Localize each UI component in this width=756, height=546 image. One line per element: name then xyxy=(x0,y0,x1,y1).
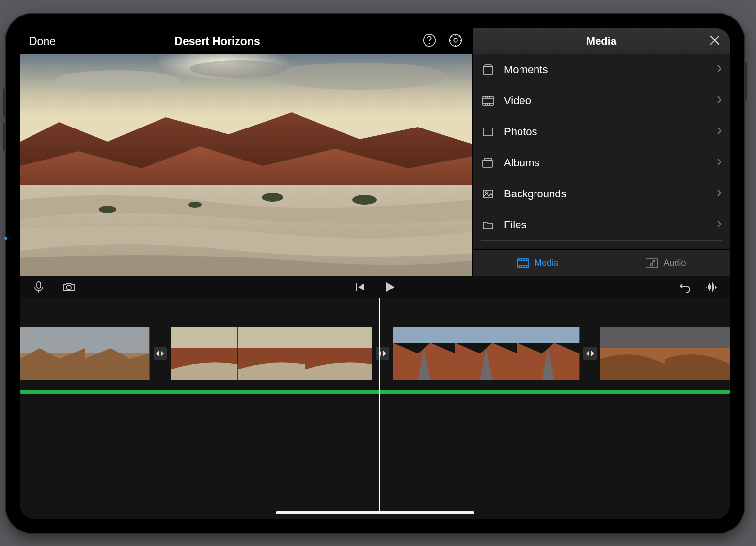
done-button[interactable]: Done xyxy=(29,35,56,48)
undo-icon[interactable] xyxy=(678,280,692,294)
volume-down-button[interactable] xyxy=(3,123,6,151)
camera-icon[interactable] xyxy=(62,280,76,294)
project-title: Desert Horizons xyxy=(20,35,414,48)
close-icon[interactable] xyxy=(709,35,720,48)
media-browser-panel: Media Moments xyxy=(472,28,730,276)
media-item-label: Moments xyxy=(504,64,708,76)
svg-rect-27 xyxy=(20,327,85,353)
media-item-video[interactable]: Video xyxy=(481,85,722,116)
chevron-right-icon xyxy=(716,158,722,168)
svg-rect-38 xyxy=(455,327,517,343)
albums-icon xyxy=(481,156,495,170)
timeline-clip[interactable] xyxy=(600,327,730,380)
svg-point-3 xyxy=(454,38,457,42)
svg-rect-35 xyxy=(305,327,372,348)
video-track xyxy=(20,327,730,380)
side-indicator-dot xyxy=(4,237,7,240)
photos-icon xyxy=(481,125,495,139)
svg-point-7 xyxy=(272,63,447,90)
svg-rect-15 xyxy=(485,65,491,66)
svg-rect-29 xyxy=(85,327,149,353)
svg-rect-40 xyxy=(600,327,665,348)
svg-rect-14 xyxy=(483,66,493,74)
volume-up-button[interactable] xyxy=(3,89,6,117)
chevron-right-icon xyxy=(716,220,722,230)
tab-media-label: Media xyxy=(535,258,558,268)
media-item-label: Photos xyxy=(504,126,708,138)
media-item-files[interactable]: Files xyxy=(481,209,722,241)
svg-rect-23 xyxy=(646,259,658,268)
svg-rect-16 xyxy=(483,96,493,105)
audio-waveform-icon[interactable] xyxy=(705,280,718,294)
svg-point-1 xyxy=(429,43,430,44)
svg-rect-37 xyxy=(393,327,455,343)
media-panel-tabs: Media Audio xyxy=(473,249,730,276)
audio-track[interactable] xyxy=(20,390,730,394)
chevron-right-icon xyxy=(716,189,722,199)
svg-point-8 xyxy=(190,60,287,78)
media-source-list: Moments Video xyxy=(473,54,730,249)
editor-topbar: Done Desert Horizons xyxy=(20,28,472,54)
svg-rect-18 xyxy=(483,160,492,167)
media-item-moments[interactable]: Moments xyxy=(481,54,722,85)
media-item-photos[interactable]: Photos xyxy=(481,116,722,147)
svg-rect-26 xyxy=(356,283,357,291)
chevron-right-icon xyxy=(716,64,722,75)
video-icon xyxy=(481,94,495,108)
home-indicator[interactable] xyxy=(276,511,474,514)
media-panel-title: Media xyxy=(586,35,616,48)
chevron-right-icon xyxy=(716,96,722,106)
play-icon[interactable] xyxy=(383,280,396,294)
playback-controls xyxy=(354,280,396,294)
tab-media[interactable]: Media xyxy=(473,250,601,276)
svg-rect-19 xyxy=(484,159,492,160)
settings-gear-icon[interactable] xyxy=(448,33,463,49)
transition-node[interactable] xyxy=(154,347,167,360)
timeline-clip[interactable] xyxy=(393,327,580,380)
video-preview[interactable] xyxy=(20,54,472,276)
tab-audio[interactable]: Audio xyxy=(601,250,730,276)
timeline-clip[interactable] xyxy=(20,327,150,380)
svg-point-13 xyxy=(188,202,202,208)
timeline-clip[interactable] xyxy=(171,327,372,380)
media-item-backgrounds[interactable]: Backgrounds xyxy=(481,178,722,209)
svg-rect-17 xyxy=(483,128,493,136)
skip-previous-icon[interactable] xyxy=(354,281,366,293)
media-item-albums[interactable]: Albums xyxy=(481,147,722,178)
svg-point-10 xyxy=(99,206,116,213)
timeline[interactable] xyxy=(20,298,730,519)
power-button[interactable] xyxy=(744,62,747,101)
svg-rect-24 xyxy=(37,282,41,288)
moments-icon xyxy=(481,63,495,77)
backgrounds-icon xyxy=(481,187,495,201)
svg-rect-39 xyxy=(517,327,579,343)
chevron-right-icon xyxy=(716,127,722,137)
svg-point-12 xyxy=(352,195,377,205)
svg-rect-42 xyxy=(665,327,730,348)
transition-node[interactable] xyxy=(583,347,597,360)
svg-point-25 xyxy=(66,285,71,290)
timeline-toolbar xyxy=(20,276,730,298)
microphone-icon[interactable] xyxy=(32,280,46,294)
media-item-label: Video xyxy=(504,95,708,107)
svg-point-6 xyxy=(54,70,180,92)
media-panel-header: Media xyxy=(473,28,730,54)
media-item-label: Albums xyxy=(504,157,708,169)
media-item-label: Backgrounds xyxy=(504,188,708,200)
files-icon xyxy=(481,218,495,232)
svg-rect-31 xyxy=(171,327,237,348)
playhead[interactable] xyxy=(379,298,380,514)
svg-rect-33 xyxy=(238,327,305,348)
transition-node[interactable] xyxy=(376,347,389,360)
svg-point-11 xyxy=(262,193,283,202)
media-item-label: Files xyxy=(504,219,708,231)
help-icon[interactable] xyxy=(422,33,437,49)
tab-audio-label: Audio xyxy=(663,258,686,268)
